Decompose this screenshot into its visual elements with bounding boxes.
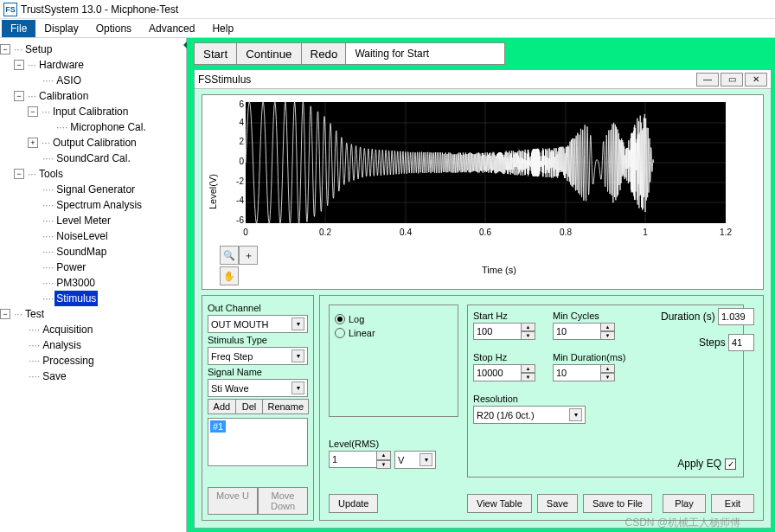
tree-tools[interactable]: Tools (37, 166, 65, 182)
level-value-input[interactable]: ▲▼ (329, 451, 391, 469)
status-text: Waiting for Start (345, 42, 505, 65)
tree-toggle[interactable]: + (28, 138, 38, 148)
play-button[interactable]: Play (663, 494, 706, 513)
tree-spectrum[interactable]: Spectrum Analysis (54, 197, 144, 213)
tree-toggle[interactable]: − (0, 44, 10, 54)
tree-levelmeter[interactable]: Level Meter (54, 213, 112, 228)
update-button[interactable]: Update (329, 494, 378, 513)
tree-hardware[interactable]: Hardware (37, 57, 86, 73)
tree-toggle[interactable]: − (14, 91, 24, 101)
continue-button[interactable]: Continue (236, 42, 301, 65)
save-button[interactable]: Save (537, 494, 578, 513)
inner-titlebar: FS Stimulus — ▭ ✕ (195, 70, 771, 89)
minimize-icon[interactable]: — (696, 73, 719, 87)
svg-text:4: 4 (239, 118, 244, 127)
menu-advanced[interactable]: Advanced (140, 20, 203, 37)
waveform-plot[interactable]: 642 0-2-4-6 (220, 99, 759, 244)
svg-text:1.2: 1.2 (720, 228, 732, 237)
exit-button[interactable]: Exit (711, 494, 754, 513)
svg-text:0.6: 0.6 (479, 228, 491, 237)
del-button[interactable]: Del (235, 399, 264, 414)
watermark: CSDN @机械工人杨师傅 (624, 516, 740, 530)
app-icon: FS (3, 3, 17, 16)
plot-xlabel: Time (s) (239, 265, 759, 285)
list-item[interactable]: #1 (210, 420, 226, 433)
linear-radio[interactable]: Linear (335, 328, 452, 338)
window-icon: FS (198, 74, 211, 86)
svg-text:0.8: 0.8 (560, 228, 572, 237)
tree-soundmap[interactable]: SoundMap (54, 244, 108, 260)
menu-display[interactable]: Display (35, 20, 86, 37)
move-up-button[interactable]: Move U (208, 487, 258, 515)
move-down-button[interactable]: Move Down (258, 487, 308, 515)
tree-toggle[interactable]: − (14, 60, 24, 70)
tree-noiselevel[interactable]: NoiseLevel (54, 228, 109, 244)
start-hz-input[interactable]: ▲▼ (473, 323, 535, 340)
tree-output-cal[interactable]: Output Calibration (51, 135, 138, 151)
chevron-down-icon[interactable]: ▾ (291, 317, 304, 330)
tree-siggen[interactable]: Signal Generator (54, 182, 137, 197)
tree-acquisition[interactable]: Acquisition (41, 322, 94, 337)
redo-button[interactable]: Redo (301, 42, 348, 65)
tree-input-cal[interactable]: Input Calibration (51, 104, 130, 119)
stimulus-window: FS Stimulus — ▭ ✕ Level(V) 642 0-2-4-6 (194, 69, 772, 529)
tree-stimulus[interactable]: Stimulus (54, 291, 98, 306)
menu-file[interactable]: File (2, 20, 35, 37)
plot-ylabel: Level(V) (206, 99, 220, 285)
chevron-down-icon[interactable]: ▾ (569, 408, 582, 421)
min-cycles-input[interactable]: ▲▼ (553, 323, 615, 340)
chevron-down-icon[interactable]: ▾ (420, 453, 432, 466)
view-table-button[interactable]: View Table (467, 494, 532, 513)
menubar: File Display Options Advanced Help (0, 19, 775, 38)
chevron-down-icon[interactable]: ▾ (291, 349, 304, 362)
maximize-icon[interactable]: ▭ (721, 73, 743, 87)
steps-value: 41 (728, 334, 754, 351)
pan-icon[interactable]: ✋ (220, 266, 239, 285)
signal-name-label: Signal Name (208, 367, 308, 377)
close-icon[interactable]: ✕ (745, 73, 767, 87)
app-titlebar: FS TrustSystem 13.0 - Micphone-Test (0, 0, 775, 19)
signal-panel: Out Channel OUT MOUTH▾ Stimulus Type Fre… (202, 295, 314, 521)
rename-button[interactable]: Rename (262, 399, 309, 414)
tree-pm3000[interactable]: PM3000 (54, 275, 97, 291)
tree-asio[interactable]: ASIO (54, 73, 83, 88)
tree-toggle[interactable]: − (14, 169, 24, 179)
menu-options[interactable]: Options (87, 20, 140, 37)
tree-save[interactable]: Save (41, 369, 67, 384)
tree-calibration[interactable]: Calibration (37, 88, 90, 104)
svg-text:0: 0 (243, 228, 248, 237)
apply-eq-label: Apply EQ (677, 458, 721, 470)
tree-processing[interactable]: Processing (41, 353, 95, 369)
duration-value: 1.039 (718, 308, 754, 325)
stimulus-type-combo[interactable]: Freq Step▾ (208, 347, 308, 365)
apply-eq-checkbox[interactable]: ✓ (725, 458, 736, 470)
level-unit-combo[interactable]: V▾ (394, 451, 436, 469)
save-to-file-button[interactable]: Save to File (583, 494, 652, 513)
tree-setup[interactable]: Setup (23, 42, 54, 57)
tree-toggle[interactable]: − (0, 309, 10, 319)
svg-text:0.4: 0.4 (400, 228, 412, 237)
menu-help[interactable]: Help (203, 20, 242, 37)
steps-label: Steps (699, 337, 726, 349)
start-button[interactable]: Start (194, 42, 237, 65)
stop-hz-input[interactable]: ▲▼ (473, 364, 535, 381)
tree-toggle[interactable]: − (28, 106, 38, 117)
tree-soundcard-cal[interactable]: SoundCard Cal. (54, 151, 131, 166)
chevron-down-icon[interactable]: ▾ (291, 381, 304, 394)
tree-analysis[interactable]: Analysis (41, 337, 83, 353)
crosshair-icon[interactable]: ＋ (239, 246, 258, 265)
add-button[interactable]: Add (208, 399, 236, 414)
log-radio[interactable]: Log (335, 314, 452, 324)
min-dur-input[interactable]: ▲▼ (553, 364, 625, 381)
tree-test[interactable]: Test (23, 306, 46, 322)
tree-power[interactable]: Power (54, 260, 87, 275)
resolution-combo[interactable]: R20 (1/6 0ct.)▾ (473, 406, 586, 424)
app-title: TrustSystem 13.0 - Micphone-Test (21, 3, 178, 16)
zoom-icon[interactable]: 🔍 (220, 246, 239, 265)
signal-list[interactable]: #1 (208, 418, 308, 466)
splitter[interactable] (187, 38, 190, 532)
right-pane: Start Continue Redo Waiting for Start FS… (190, 38, 775, 532)
tree-mic-cal[interactable]: Microphone Cal. (68, 119, 147, 135)
out-channel-combo[interactable]: OUT MOUTH▾ (208, 315, 308, 333)
signal-name-combo[interactable]: Sti Wave▾ (208, 379, 308, 397)
